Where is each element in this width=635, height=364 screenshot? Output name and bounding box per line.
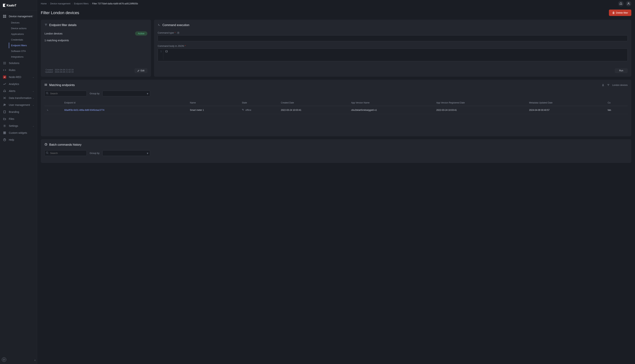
chevron-down-icon: ⌄ [33,104,34,106]
svg-rect-4 [5,15,6,16]
help-icon[interactable]: ? [177,32,179,34]
sidebar-item-devices[interactable]: Devices [9,20,37,26]
filter-display-button[interactable] [607,84,610,87]
updated-key: Updated: [45,71,53,73]
run-button[interactable]: Run [615,68,628,73]
node-red-icon: ⇄ [3,76,6,79]
table-row[interactable]: ↳ 68a4ff3b-6d31-489a-8d6f-9345cbac3774 S… [45,106,628,114]
svg-rect-18 [4,111,6,113]
svg-rect-5 [3,17,4,18]
groupby-label: Group by [90,92,99,95]
col-created[interactable]: Created Date [279,100,349,106]
svg-rect-24 [4,133,5,134]
col-co[interactable]: Co [605,100,628,106]
sidebar: KaaIoT Device management ⌃ Devices Devic… [0,0,37,364]
sidebar-item-custom-widgets[interactable]: Custom widgets [0,129,37,136]
nav-label: Node-RED [9,76,21,78]
created-value: 2024-04-08 21:42:19 [55,68,74,71]
sidebar-item-credentials[interactable]: Credentials [9,37,37,42]
expand-row-button[interactable]: ↳ [47,109,49,111]
section-title-text: Batch commands history [49,143,81,146]
chevron-down-icon: ⌄ [33,76,34,78]
panel-title-text: Command execution [162,24,189,27]
history-icon [45,143,47,146]
sidebar-item-software-ota[interactable]: Software OTA [9,48,37,54]
sidebar-item-integrations[interactable]: Integrations [9,54,37,60]
collapse-sidebar-button[interactable]: ‹ [35,358,36,362]
col-endpoint-id[interactable]: Endpoint Id [62,100,188,106]
sidebar-item-files[interactable]: Files [0,116,37,122]
nav-label: Rules [9,68,16,72]
delete-filter-button[interactable]: Delete filter [609,10,631,16]
nav-label: Settings [9,124,18,127]
svg-line-45 [48,153,48,154]
sidebar-item-device-management[interactable]: Device management ⌃ [0,13,37,20]
breadcrumb-endpoint-filters[interactable]: Endpoint filters [74,2,89,5]
svg-point-16 [4,104,5,105]
history-search-input[interactable] [45,150,87,156]
col-app-version-registered[interactable]: App Version Registered Date [434,100,527,106]
sidebar-item-data-transformation[interactable]: Data transformation ⌄ [0,94,37,102]
nav-label: Analytics [9,82,19,86]
panel-title-text: Endpoint filter details [49,24,77,27]
sidebar-item-applications[interactable]: Applications [9,31,37,37]
section-title-text: Matching endpoints [49,84,75,87]
bell-icon [3,89,6,93]
history-search [45,150,87,156]
col-name[interactable]: Name [188,100,240,106]
user-menu-button[interactable] [626,1,631,6]
filter-icon [45,23,47,27]
terminal-icon [158,23,161,27]
cell-co: fals [605,106,628,114]
sidebar-item-branding[interactable]: Branding [0,108,37,116]
notifications-button[interactable] [618,1,623,6]
command-body-editor[interactable]: 1 {} [158,48,628,61]
sidebar-item-alerts[interactable]: Alerts ⌄ [0,88,37,94]
command-execution-panel: Command execution Command type* ? Comman… [154,20,631,77]
chevron-right-icon: › [72,3,72,5]
sidebar-item-solutions[interactable]: Solutions [0,60,37,66]
sidebar-item-user-management[interactable]: User management ⌄ [0,102,37,108]
col-metadata-updated[interactable]: Metadata Updated Date [527,100,606,106]
kaaiot-logo-icon: KaaIoT [3,3,25,8]
endpoints-table: Endpoint Id Name State Created Date App … [45,100,628,114]
folder-icon [3,117,6,120]
search-icon [46,152,49,155]
col-state[interactable]: State [240,100,279,106]
sidebar-item-help[interactable]: Help [0,136,37,143]
wifi-off-icon [242,109,245,111]
trash-icon [612,12,615,14]
sidebar-item-node-red[interactable]: ⇄ Node-RED ⌄ [0,74,37,80]
logo[interactable]: KaaIoT [0,0,37,11]
endpoints-search [45,91,87,96]
col-expand [45,100,62,106]
sidebar-item-endpoint-filters[interactable]: Endpoint filters [9,42,37,48]
device-management-submenu: Devices Device actions Applications Cred… [0,20,37,60]
history-groupby-select[interactable] [102,150,150,156]
edit-button[interactable]: Edit [134,68,147,73]
endpoints-search-input[interactable] [45,91,87,96]
cell-endpoint-id[interactable]: 68a4ff3b-6d31-489a-8d6f-9345cbac3774 [62,106,188,114]
breadcrumb-device-management[interactable]: Device management [50,2,70,5]
download-button[interactable] [601,84,604,87]
svg-point-17 [5,104,6,105]
pencil-icon [137,70,139,72]
chat-icon[interactable] [2,358,6,362]
edit-label: Edit [141,69,144,72]
matching-endpoints-count: 1 matching endpoints [45,39,147,42]
shuffle-icon [3,96,6,100]
sidebar-item-rules[interactable]: Rules [0,66,37,74]
col-app-version-name[interactable]: App Version Name [349,100,434,106]
svg-rect-25 [5,133,6,134]
sidebar-item-analytics[interactable]: Analytics [0,80,37,88]
chevron-right-icon: › [90,3,91,5]
endpoints-groupby-select[interactable] [102,91,150,96]
sidebar-item-device-actions[interactable]: Device actions [9,26,37,31]
command-type-input[interactable] [158,35,628,41]
svg-point-21 [4,126,5,126]
updated-value: 2024-04-08 21:42:19 [55,71,74,73]
created-key: Created: [45,68,53,71]
sidebar-item-settings[interactable]: Settings ⌄ [0,122,37,129]
breadcrumb-home[interactable]: Home [41,2,47,5]
delete-filter-label: Delete filter [616,12,628,14]
